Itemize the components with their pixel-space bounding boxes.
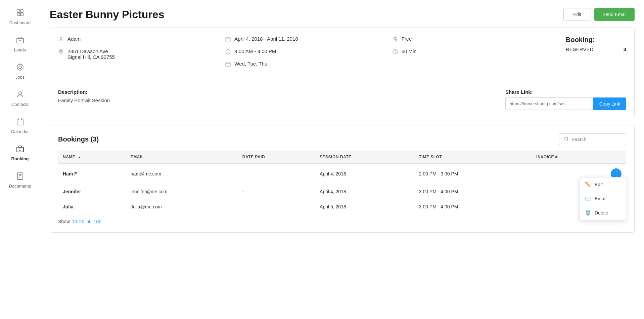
pagination-20[interactable]: 20 xyxy=(79,219,85,224)
days-icon xyxy=(225,61,231,69)
bookings-title: Bookings (3) xyxy=(58,135,99,143)
sidebar-item-documents[interactable]: Documents xyxy=(0,167,40,194)
leads-icon xyxy=(16,36,24,46)
days: Wed, Tue, Thu xyxy=(234,61,267,67)
context-menu-delete[interactable]: 🗑️ Delete xyxy=(580,206,626,220)
context-menu-email-label: Email xyxy=(595,196,606,201)
sidebar-item-leads[interactable]: Leads xyxy=(0,31,40,58)
col-actions xyxy=(606,151,626,164)
context-menu: ✏️ Edit ✉️ Email 🗑️ Delete xyxy=(579,177,626,220)
sidebar-item-jobs-label: Jobs xyxy=(15,75,25,80)
col-invoice: INVOICE # xyxy=(532,151,606,164)
svg-rect-18 xyxy=(17,147,24,152)
copy-link-button[interactable]: Copy Link xyxy=(593,97,626,110)
sidebar-item-contacts-label: Contacts xyxy=(11,102,29,107)
search-input[interactable] xyxy=(571,137,615,142)
svg-point-25 xyxy=(60,37,62,39)
booking-label: Booking: xyxy=(566,36,626,44)
email-icon: ✉️ xyxy=(585,196,591,202)
table-header-row: NAME ▲ EMAIL DATE PAID SESSION DATE TIME… xyxy=(58,151,626,164)
svg-line-42 xyxy=(567,140,568,141)
row2-time-slot: 3:00 PM - 4:00 PM xyxy=(414,184,532,199)
share-link-input-row: Copy Link xyxy=(505,97,626,110)
address-row: 2351 Dawson Ave Signal Hill, CA 90755 xyxy=(58,48,225,60)
edit-icon: ✏️ xyxy=(585,182,591,188)
page-title: Easter Bunny Pictures xyxy=(50,8,164,21)
svg-rect-32 xyxy=(226,62,231,67)
address-line1: 2351 Dawson Ave xyxy=(67,48,115,54)
sidebar-item-calendar-label: Calendar xyxy=(11,129,29,134)
bookings-table: NAME ▲ EMAIL DATE PAID SESSION DATE TIME… xyxy=(58,151,626,214)
row1-actions: ⋮ ✏️ Edit ✉️ Email xyxy=(606,164,626,184)
calendar-icon xyxy=(16,118,24,128)
date-range-row: April 4, 2018 - April 11, 2018 xyxy=(225,36,392,44)
svg-rect-1 xyxy=(20,10,23,12)
description-label: Description: xyxy=(58,89,505,95)
booking-section: Booking: RESERVED 3 xyxy=(559,36,626,73)
clock-icon xyxy=(225,49,231,56)
jobs-icon xyxy=(16,63,24,73)
info-col-pricing: Free 60 Min xyxy=(392,36,559,73)
context-menu-edit[interactable]: ✏️ Edit xyxy=(580,177,626,192)
sidebar-item-booking-label: Booking xyxy=(11,156,29,161)
duration-row: 60 Min xyxy=(392,48,559,56)
time-range-row: 9:00 AM - 4:00 PM xyxy=(225,48,392,56)
location-icon xyxy=(58,49,64,56)
info-col-middle: April 4, 2018 - April 11, 2018 9:00 AM -… xyxy=(225,36,392,73)
context-menu-delete-label: Delete xyxy=(595,210,608,215)
dollar-icon xyxy=(392,36,398,44)
pagination-50[interactable]: 50 xyxy=(86,219,92,224)
page-header: Easter Bunny Pictures Edit Send Email xyxy=(50,8,635,21)
address-line2: Signal Hill, CA 90755 xyxy=(67,54,115,60)
share-link-label: Share Link: xyxy=(505,89,626,95)
share-link-section: Share Link: Copy Link xyxy=(505,89,626,110)
price: Free xyxy=(402,36,412,42)
time-range: 9:00 AM - 4:00 PM xyxy=(234,48,276,54)
table-row: Ham F ham@me.com - April 4, 2018 2:00 PM… xyxy=(58,164,626,184)
row1-session-date: April 4, 2018 xyxy=(315,164,414,184)
row3-date-paid: - xyxy=(238,199,315,214)
header-actions: Edit Send Email xyxy=(563,8,635,21)
date-range: April 4, 2018 - April 11, 2018 xyxy=(234,36,298,42)
info-card: Adam 2351 Dawson Ave Signal Hill, CA 907… xyxy=(50,28,635,118)
row3-email: Julia@me.com xyxy=(126,199,238,214)
pagination-100[interactable]: 100 xyxy=(94,219,101,224)
row3-name: Julia xyxy=(58,199,126,214)
days-row: Wed, Tue, Thu xyxy=(225,61,392,69)
sidebar-item-calendar[interactable]: Calendar xyxy=(0,112,40,139)
row1-date-paid: - xyxy=(238,164,315,184)
contacts-icon xyxy=(16,90,24,101)
context-menu-email[interactable]: ✉️ Email xyxy=(580,192,626,206)
dashboard-icon xyxy=(16,9,24,19)
svg-rect-27 xyxy=(226,37,231,42)
bookings-card: Bookings (3) NAME ▲ xyxy=(50,125,635,233)
delete-icon: 🗑️ xyxy=(585,210,591,216)
row1-name: Ham F xyxy=(58,164,126,184)
edit-button[interactable]: Edit xyxy=(563,8,591,21)
share-link-input[interactable] xyxy=(505,97,593,110)
col-name[interactable]: NAME ▲ xyxy=(58,151,126,164)
pagination-10[interactable]: 10 xyxy=(72,219,77,224)
contact-row: Adam xyxy=(58,36,225,44)
duration-icon xyxy=(392,49,398,56)
row2-session-date: April 4, 2018 xyxy=(315,184,414,199)
documents-icon xyxy=(16,172,24,182)
show-label: Show xyxy=(58,219,70,224)
info-col-left: Adam 2351 Dawson Ave Signal Hill, CA 907… xyxy=(58,36,225,73)
search-box xyxy=(559,133,626,145)
sidebar-item-booking[interactable]: Booking xyxy=(0,139,40,167)
sidebar-item-jobs[interactable]: Jobs xyxy=(0,58,40,85)
row3-session-date: April 5, 2018 xyxy=(315,199,414,214)
svg-point-26 xyxy=(60,50,62,52)
search-icon xyxy=(564,136,569,142)
col-date-paid: DATE PAID xyxy=(238,151,315,164)
sidebar: Dashboard Leads Jobs xyxy=(0,0,40,319)
pagination: Show 10 20 50 100 xyxy=(58,219,626,224)
sidebar-item-contacts[interactable]: Contacts xyxy=(0,85,40,112)
info-top: Adam 2351 Dawson Ave Signal Hill, CA 907… xyxy=(58,36,626,73)
svg-rect-0 xyxy=(17,10,20,12)
svg-point-7 xyxy=(19,66,21,69)
sidebar-item-dashboard[interactable]: Dashboard xyxy=(0,3,40,31)
send-email-button[interactable]: Send Email xyxy=(594,8,635,21)
booking-reserved-row: RESERVED 3 xyxy=(566,46,626,52)
